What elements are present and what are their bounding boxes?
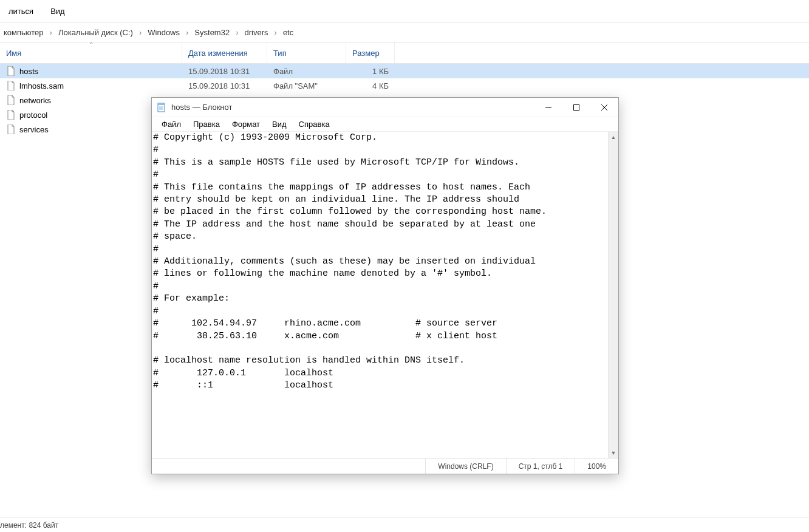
crumb-etc[interactable]: etc: [279, 26, 297, 39]
menu-view[interactable]: Вид: [42, 2, 73, 21]
column-header-type[interactable]: Тип: [267, 43, 346, 63]
scroll-down-icon[interactable]: ▼: [609, 448, 618, 458]
col-type-label: Тип: [273, 49, 287, 58]
crumb-system32[interactable]: System32: [191, 26, 233, 39]
chevron-right-icon: ›: [47, 28, 55, 37]
menu-file[interactable]: Файл: [155, 118, 187, 131]
notepad-window: hosts — Блокнот Файл Правка Формат Вид С…: [151, 97, 619, 474]
status-bar: лемент: 824 байт: [0, 517, 809, 532]
file-name: networks: [19, 96, 51, 105]
chevron-right-icon: ›: [137, 28, 144, 37]
column-header-name[interactable]: Имя ⌃: [0, 43, 182, 63]
file-icon: [6, 95, 16, 105]
svg-rect-6: [574, 104, 579, 110]
file-icon: [6, 66, 16, 76]
chevron-right-icon: ›: [272, 28, 279, 37]
notepad-menu-bar: Файл Правка Формат Вид Справка: [152, 117, 618, 132]
menu-view[interactable]: Вид: [266, 118, 293, 131]
column-header-size[interactable]: Размер: [346, 43, 395, 63]
notepad-title-text: hosts — Блокнот: [171, 103, 534, 112]
notepad-titlebar[interactable]: hosts — Блокнот: [152, 98, 618, 117]
scroll-up-icon[interactable]: ▲: [609, 132, 618, 142]
notepad-body: # Copyright (c) 1993-2009 Microsoft Corp…: [152, 132, 618, 458]
menu-format[interactable]: Формат: [226, 118, 266, 131]
file-size: 4 КБ: [346, 81, 395, 90]
chevron-right-icon: ›: [233, 28, 241, 37]
close-button[interactable]: [590, 98, 618, 117]
status-encoding: Windows (CRLF): [425, 459, 505, 474]
notepad-text-area[interactable]: # Copyright (c) 1993-2009 Microsoft Corp…: [152, 132, 608, 458]
vertical-scrollbar[interactable]: ▲ ▼: [608, 132, 618, 458]
minimize-button[interactable]: [534, 98, 562, 117]
status-text: лемент: 824 байт: [0, 521, 58, 530]
file-row[interactable]: lmhosts.sam15.09.2018 10:31Файл "SAM"4 К…: [0, 78, 809, 93]
svg-rect-1: [158, 103, 165, 105]
sort-ascending-icon: ⌃: [89, 41, 94, 48]
file-size: 1 КБ: [346, 67, 395, 76]
file-icon: [6, 110, 16, 120]
file-date: 15.09.2018 10:31: [182, 81, 267, 90]
maximize-button[interactable]: [562, 98, 590, 117]
file-date: 15.09.2018 10:31: [182, 67, 267, 76]
menu-edit[interactable]: Правка: [187, 118, 226, 131]
file-type: Файл "SAM": [267, 81, 346, 90]
crumb-computer[interactable]: компьютер: [0, 26, 47, 39]
chevron-right-icon: ›: [183, 28, 191, 37]
window-controls: [534, 98, 618, 117]
file-name: lmhosts.sam: [19, 81, 64, 90]
menu-share[interactable]: литься: [0, 2, 42, 21]
col-size-label: Размер: [352, 49, 380, 58]
col-date-label: Дата изменения: [188, 49, 248, 58]
scroll-track[interactable]: [609, 142, 618, 448]
crumb-windows[interactable]: Windows: [144, 26, 183, 39]
crumb-drivers[interactable]: drivers: [241, 26, 272, 39]
column-header-date[interactable]: Дата изменения: [182, 43, 267, 63]
file-icon: [6, 124, 16, 134]
file-name: hosts: [19, 67, 38, 76]
explorer-menu-bar: литься Вид: [0, 0, 809, 23]
status-cursor: Стр 1, стлб 1: [506, 459, 575, 474]
menu-help[interactable]: Справка: [293, 118, 336, 131]
notepad-icon: [157, 103, 166, 112]
col-name-label: Имя: [6, 49, 21, 58]
notepad-status-bar: Windows (CRLF) Стр 1, стлб 1 100%: [152, 458, 618, 474]
status-zoom: 100%: [575, 459, 618, 474]
file-type: Файл: [267, 67, 346, 76]
column-headers: Имя ⌃ Дата изменения Тип Размер: [0, 43, 809, 64]
file-name: services: [19, 125, 49, 134]
file-icon: [6, 81, 16, 90]
file-name: protocol: [19, 111, 47, 120]
breadcrumb: компьютер › Локальный диск (C:) › Window…: [0, 23, 809, 43]
file-row[interactable]: hosts15.09.2018 10:31Файл1 КБ: [0, 64, 809, 78]
crumb-drive[interactable]: Локальный диск (C:): [55, 26, 137, 39]
